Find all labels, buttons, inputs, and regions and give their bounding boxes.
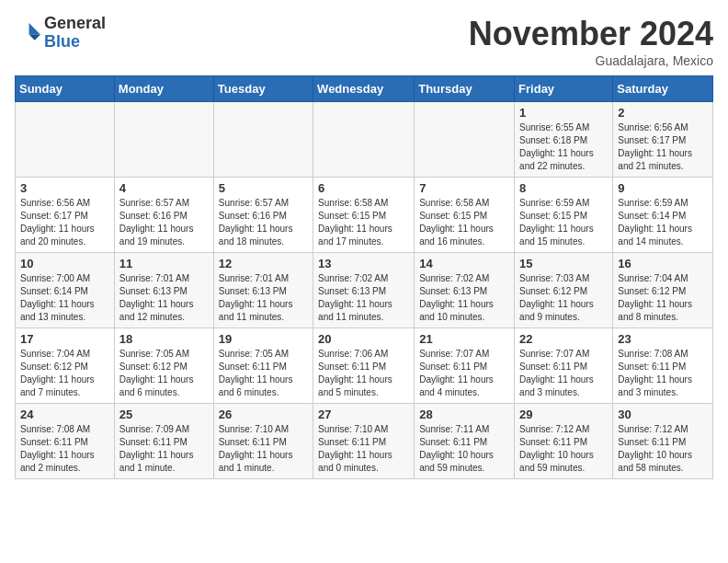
day-info: Sunrise: 7:11 AM Sunset: 6:11 PM Dayligh…: [419, 423, 509, 475]
day-number: 20: [318, 332, 409, 346]
weekday-header-friday: Friday: [515, 76, 613, 102]
day-info: Sunrise: 7:12 AM Sunset: 6:11 PM Dayligh…: [519, 423, 608, 475]
day-number: 13: [318, 257, 409, 270]
day-info: Sunrise: 7:10 AM Sunset: 6:11 PM Dayligh…: [219, 423, 308, 475]
calendar-cell: 29Sunrise: 7:12 AM Sunset: 6:11 PM Dayli…: [515, 404, 613, 479]
weekday-header-sunday: Sunday: [16, 76, 115, 102]
calendar-cell: [415, 102, 515, 178]
calendar-cell: 19Sunrise: 7:05 AM Sunset: 6:11 PM Dayli…: [213, 328, 313, 404]
svg-marker-0: [29, 23, 40, 34]
weekday-header-saturday: Saturday: [613, 76, 713, 102]
day-number: 29: [519, 408, 608, 421]
week-row-2: 3Sunrise: 6:56 AM Sunset: 6:17 PM Daylig…: [16, 178, 713, 253]
day-number: 5: [219, 181, 308, 195]
day-number: 27: [318, 408, 409, 421]
day-number: 30: [618, 408, 708, 421]
week-row-1: 1Sunrise: 6:55 AM Sunset: 6:18 PM Daylig…: [16, 102, 713, 178]
day-number: 15: [519, 257, 608, 270]
day-info: Sunrise: 6:57 AM Sunset: 6:16 PM Dayligh…: [219, 197, 308, 248]
day-info: Sunrise: 6:58 AM Sunset: 6:15 PM Dayligh…: [318, 197, 409, 248]
day-info: Sunrise: 7:01 AM Sunset: 6:13 PM Dayligh…: [119, 272, 209, 324]
logo-text: General Blue: [44, 15, 106, 52]
calendar-cell: 12Sunrise: 7:01 AM Sunset: 6:13 PM Dayli…: [213, 253, 313, 328]
day-number: 3: [20, 181, 109, 195]
day-number: 14: [419, 257, 509, 270]
calendar-cell: 7Sunrise: 6:58 AM Sunset: 6:15 PM Daylig…: [415, 178, 515, 253]
weekday-header-tuesday: Tuesday: [213, 76, 313, 102]
week-row-3: 10Sunrise: 7:00 AM Sunset: 6:14 PM Dayli…: [16, 253, 713, 328]
calendar-cell: [114, 102, 213, 178]
day-info: Sunrise: 7:03 AM Sunset: 6:12 PM Dayligh…: [519, 272, 608, 324]
day-number: 8: [519, 181, 608, 195]
day-number: 28: [419, 408, 509, 421]
weekday-header-wednesday: Wednesday: [313, 76, 415, 102]
day-info: Sunrise: 7:06 AM Sunset: 6:11 PM Dayligh…: [318, 348, 409, 399]
calendar-cell: 17Sunrise: 7:04 AM Sunset: 6:12 PM Dayli…: [16, 328, 115, 404]
calendar-table: SundayMondayTuesdayWednesdayThursdayFrid…: [15, 75, 713, 479]
day-number: 18: [119, 332, 209, 346]
weekday-header-monday: Monday: [114, 76, 213, 102]
day-number: 25: [119, 408, 209, 421]
day-number: 12: [219, 257, 308, 270]
day-info: Sunrise: 7:05 AM Sunset: 6:12 PM Dayligh…: [119, 348, 209, 399]
day-info: Sunrise: 6:57 AM Sunset: 6:16 PM Dayligh…: [119, 197, 209, 248]
calendar-cell: [313, 102, 415, 178]
day-number: 23: [618, 332, 708, 346]
calendar-cell: 18Sunrise: 7:05 AM Sunset: 6:12 PM Dayli…: [114, 328, 213, 404]
calendar-cell: 11Sunrise: 7:01 AM Sunset: 6:13 PM Dayli…: [114, 253, 213, 328]
calendar-cell: 6Sunrise: 6:58 AM Sunset: 6:15 PM Daylig…: [313, 178, 415, 253]
day-number: 4: [119, 181, 209, 195]
day-info: Sunrise: 7:02 AM Sunset: 6:13 PM Dayligh…: [318, 272, 409, 324]
calendar-cell: 30Sunrise: 7:12 AM Sunset: 6:11 PM Dayli…: [613, 404, 713, 479]
day-info: Sunrise: 6:55 AM Sunset: 6:18 PM Dayligh…: [519, 121, 608, 173]
logo: General Blue: [15, 15, 106, 52]
day-info: Sunrise: 6:59 AM Sunset: 6:14 PM Dayligh…: [618, 197, 708, 248]
logo-icon: [15, 20, 40, 46]
calendar-cell: 9Sunrise: 6:59 AM Sunset: 6:14 PM Daylig…: [613, 178, 713, 253]
day-info: Sunrise: 7:08 AM Sunset: 6:11 PM Dayligh…: [20, 423, 109, 475]
day-number: 10: [20, 257, 109, 270]
calendar-cell: 24Sunrise: 7:08 AM Sunset: 6:11 PM Dayli…: [16, 404, 115, 479]
day-info: Sunrise: 6:56 AM Sunset: 6:17 PM Dayligh…: [618, 121, 708, 173]
day-info: Sunrise: 6:59 AM Sunset: 6:15 PM Dayligh…: [519, 197, 608, 248]
calendar-cell: 8Sunrise: 6:59 AM Sunset: 6:15 PM Daylig…: [515, 178, 613, 253]
month-title: November 2024: [469, 15, 713, 53]
logo-blue: Blue: [44, 32, 80, 51]
calendar-cell: 28Sunrise: 7:11 AM Sunset: 6:11 PM Dayli…: [415, 404, 515, 479]
day-number: 16: [618, 257, 708, 270]
calendar-cell: 20Sunrise: 7:06 AM Sunset: 6:11 PM Dayli…: [313, 328, 415, 404]
calendar-cell: 22Sunrise: 7:07 AM Sunset: 6:11 PM Dayli…: [515, 328, 613, 404]
weekday-header-thursday: Thursday: [415, 76, 515, 102]
calendar-cell: 15Sunrise: 7:03 AM Sunset: 6:12 PM Dayli…: [515, 253, 613, 328]
logo-general: General: [44, 14, 106, 32]
calendar-cell: 4Sunrise: 6:57 AM Sunset: 6:16 PM Daylig…: [114, 178, 213, 253]
day-info: Sunrise: 7:02 AM Sunset: 6:13 PM Dayligh…: [419, 272, 509, 324]
calendar-cell: 14Sunrise: 7:02 AM Sunset: 6:13 PM Dayli…: [415, 253, 515, 328]
day-number: 11: [119, 257, 209, 270]
calendar-cell: 25Sunrise: 7:09 AM Sunset: 6:11 PM Dayli…: [114, 404, 213, 479]
calendar-cell: 26Sunrise: 7:10 AM Sunset: 6:11 PM Dayli…: [213, 404, 313, 479]
calendar-cell: 23Sunrise: 7:08 AM Sunset: 6:11 PM Dayli…: [613, 328, 713, 404]
day-info: Sunrise: 7:10 AM Sunset: 6:11 PM Dayligh…: [318, 423, 409, 475]
page-header: General Blue November 2024 Guadalajara, …: [15, 15, 713, 68]
day-number: 19: [219, 332, 308, 346]
day-info: Sunrise: 6:58 AM Sunset: 6:15 PM Dayligh…: [419, 197, 509, 248]
weekday-header-row: SundayMondayTuesdayWednesdayThursdayFrid…: [16, 76, 713, 102]
day-number: 2: [618, 106, 708, 120]
day-info: Sunrise: 7:04 AM Sunset: 6:12 PM Dayligh…: [618, 272, 708, 324]
calendar-cell: 5Sunrise: 6:57 AM Sunset: 6:16 PM Daylig…: [213, 178, 313, 253]
day-info: Sunrise: 7:05 AM Sunset: 6:11 PM Dayligh…: [219, 348, 308, 399]
calendar-cell: [213, 102, 313, 178]
day-number: 24: [20, 408, 109, 421]
week-row-4: 17Sunrise: 7:04 AM Sunset: 6:12 PM Dayli…: [16, 328, 713, 404]
day-number: 21: [419, 332, 509, 346]
calendar-cell: 21Sunrise: 7:07 AM Sunset: 6:11 PM Dayli…: [415, 328, 515, 404]
day-info: Sunrise: 7:08 AM Sunset: 6:11 PM Dayligh…: [618, 348, 708, 399]
calendar-cell: 16Sunrise: 7:04 AM Sunset: 6:12 PM Dayli…: [613, 253, 713, 328]
calendar-cell: 3Sunrise: 6:56 AM Sunset: 6:17 PM Daylig…: [16, 178, 115, 253]
day-number: 17: [20, 332, 109, 346]
day-info: Sunrise: 7:12 AM Sunset: 6:11 PM Dayligh…: [618, 423, 708, 475]
calendar-cell: 13Sunrise: 7:02 AM Sunset: 6:13 PM Dayli…: [313, 253, 415, 328]
svg-marker-1: [29, 34, 40, 40]
calendar-cell: [16, 102, 115, 178]
